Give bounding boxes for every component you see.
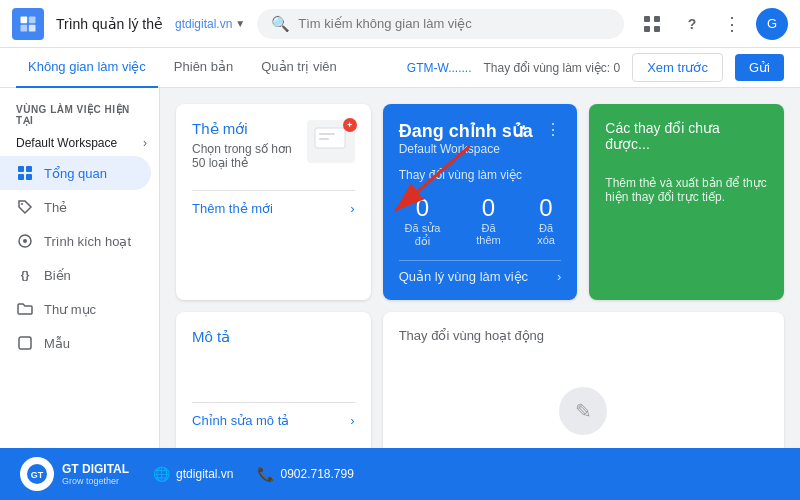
more-options-icon[interactable]: ⋮ bbox=[716, 8, 748, 40]
sidebar-item-label: Tổng quan bbox=[44, 166, 107, 181]
top-cards-grid: Thẻ mới Chọn trong số hơn 50 loại thẻ + bbox=[176, 104, 784, 300]
unpublished-desc: Thêm thẻ và xuất bản để thực hiện thay đ… bbox=[605, 176, 768, 204]
gtm-id: GTM-W....... bbox=[407, 61, 472, 75]
footer-brand-text: GT DIGITAL Grow together bbox=[62, 462, 129, 486]
svg-rect-15 bbox=[19, 337, 31, 349]
workspace-name: Default Workspace bbox=[16, 136, 117, 150]
editing-menu-icon[interactable]: ⋮ bbox=[545, 120, 561, 139]
top-bar-icons: ? ⋮ G bbox=[636, 8, 788, 40]
svg-rect-3 bbox=[29, 24, 36, 31]
unpublished-card: Các thay đổi chưa được... Thêm thẻ và xu… bbox=[589, 104, 784, 300]
sidebar-item-label: Biến bbox=[44, 268, 71, 283]
svg-rect-2 bbox=[21, 24, 28, 31]
footer: GT GT DIGITAL Grow together 🌐 gtdigital.… bbox=[0, 448, 800, 500]
svg-rect-16 bbox=[315, 128, 345, 148]
svg-point-12 bbox=[21, 203, 23, 205]
workspace-chevron-icon: › bbox=[143, 136, 147, 150]
tab-admin[interactable]: Quản trị viên bbox=[249, 48, 349, 88]
activity-title: Thay đổi vùng hoạt động bbox=[399, 328, 768, 343]
stat-modified: 0 Đã sửa đổi bbox=[399, 194, 447, 248]
svg-rect-0 bbox=[21, 16, 28, 23]
tab-workspace[interactable]: Không gian làm việc bbox=[16, 48, 158, 88]
content-area: Thẻ mới Chọn trong số hơn 50 loại thẻ + bbox=[160, 88, 800, 500]
new-tag-card: Thẻ mới Chọn trong số hơn 50 loại thẻ + bbox=[176, 104, 371, 300]
chevron-right-icon: › bbox=[557, 269, 561, 284]
chevron-right-icon: › bbox=[350, 201, 354, 216]
editing-title: Đang chỉnh sửa bbox=[399, 120, 533, 142]
submit-button[interactable]: Gửi bbox=[735, 54, 784, 81]
manage-workspace-link[interactable]: Quản lý vùng làm việc › bbox=[399, 260, 562, 284]
variable-icon: {} bbox=[16, 266, 34, 284]
trigger-icon bbox=[16, 232, 34, 250]
app-logo bbox=[12, 8, 44, 40]
top-bar: Trình quản lý thẻ gtdigital.vn ▼ 🔍 ? ⋮ G bbox=[0, 0, 800, 48]
stats-row: 0 Đã sửa đổi 0 Đã thêm 0 Đã xóa bbox=[399, 194, 562, 248]
stat-added-num: 0 bbox=[470, 194, 506, 222]
svg-rect-18 bbox=[319, 138, 329, 140]
svg-rect-4 bbox=[644, 16, 650, 22]
main-layout: VÙNG LÀM VIỆC HIỆN TẠI Default Workspace… bbox=[0, 88, 800, 500]
help-icon[interactable]: ? bbox=[676, 8, 708, 40]
stat-modified-label: Đã sửa đổi bbox=[399, 222, 447, 248]
svg-rect-7 bbox=[654, 26, 660, 32]
svg-rect-8 bbox=[18, 166, 24, 172]
stat-deleted-num: 0 bbox=[531, 194, 562, 222]
workspace-changes-label: Thay đổi vùng làm việc bbox=[399, 168, 562, 182]
sidebar-item-variables[interactable]: {} Biến bbox=[0, 258, 151, 292]
new-tag-subtitle: Chọn trong số hơn 50 loại thẻ bbox=[192, 142, 307, 170]
svg-rect-11 bbox=[26, 174, 32, 180]
description-title: Mô tả bbox=[192, 328, 355, 346]
add-tag-link[interactable]: Thêm thẻ mới › bbox=[192, 190, 355, 216]
stat-added-label: Đã thêm bbox=[470, 222, 506, 246]
sidebar-item-label: Thư mục bbox=[44, 302, 96, 317]
footer-logo-circle: GT bbox=[20, 457, 54, 491]
sidebar-section-label: VÙNG LÀM VIỆC HIỆN TẠI bbox=[0, 96, 159, 130]
sidebar-item-label: Thẻ bbox=[44, 200, 67, 215]
stat-modified-num: 0 bbox=[399, 194, 447, 222]
sidebar-item-overview[interactable]: Tổng quan bbox=[0, 156, 151, 190]
sidebar-item-templates[interactable]: Mẫu bbox=[0, 326, 151, 360]
svg-rect-10 bbox=[18, 174, 24, 180]
app-title: Trình quản lý thẻ bbox=[56, 16, 163, 32]
sidebar-item-folders[interactable]: Thư mục bbox=[0, 292, 151, 326]
stat-deleted-label: Đã xóa bbox=[531, 222, 562, 246]
overview-icon bbox=[16, 164, 34, 182]
svg-rect-6 bbox=[644, 26, 650, 32]
sidebar-item-label: Trình kích hoạt bbox=[44, 234, 131, 249]
sidebar: VÙNG LÀM VIỆC HIỆN TẠI Default Workspace… bbox=[0, 88, 160, 500]
footer-website[interactable]: 🌐 gtdigital.vn bbox=[153, 466, 233, 482]
grid-icon[interactable] bbox=[636, 8, 668, 40]
svg-rect-1 bbox=[29, 16, 36, 23]
workspace-change-count: Thay đổi vùng làm việc: 0 bbox=[483, 61, 620, 75]
account-selector[interactable]: gtdigital.vn ▼ bbox=[175, 17, 245, 31]
search-input[interactable] bbox=[298, 16, 610, 31]
svg-rect-5 bbox=[654, 16, 660, 22]
unpublished-title: Các thay đổi chưa được... bbox=[605, 120, 768, 152]
stat-added: 0 Đã thêm bbox=[470, 194, 506, 248]
phone-icon: 📞 bbox=[257, 466, 274, 482]
sidebar-item-label: Mẫu bbox=[44, 336, 70, 351]
tab-versions[interactable]: Phiên bản bbox=[162, 48, 245, 88]
search-icon: 🔍 bbox=[271, 15, 290, 33]
workspace-selector[interactable]: Default Workspace › bbox=[0, 130, 159, 156]
template-icon bbox=[16, 334, 34, 352]
empty-state: ✎ bbox=[399, 367, 768, 455]
footer-logo: GT GT DIGITAL Grow together bbox=[20, 457, 129, 491]
empty-state-icon: ✎ bbox=[559, 387, 607, 435]
preview-button[interactable]: Xem trước bbox=[632, 53, 723, 82]
svg-point-14 bbox=[23, 239, 27, 243]
sub-nav-right: GTM-W....... Thay đổi vùng làm việc: 0 X… bbox=[407, 53, 784, 82]
sidebar-item-triggers[interactable]: Trình kích hoạt bbox=[0, 224, 151, 258]
edit-description-link[interactable]: Chỉnh sửa mô tả › bbox=[192, 402, 355, 428]
footer-phone[interactable]: 📞 0902.718.799 bbox=[257, 466, 353, 482]
search-bar[interactable]: 🔍 bbox=[257, 9, 624, 39]
tag-icon bbox=[16, 198, 34, 216]
account-chevron: ▼ bbox=[235, 18, 245, 29]
globe-icon: 🌐 bbox=[153, 466, 170, 482]
avatar[interactable]: G bbox=[756, 8, 788, 40]
folder-icon bbox=[16, 300, 34, 318]
svg-rect-17 bbox=[319, 133, 335, 135]
chevron-right-icon: › bbox=[350, 413, 354, 428]
editing-subtitle: Default Workspace bbox=[399, 142, 533, 156]
sidebar-item-tags[interactable]: Thẻ bbox=[0, 190, 151, 224]
